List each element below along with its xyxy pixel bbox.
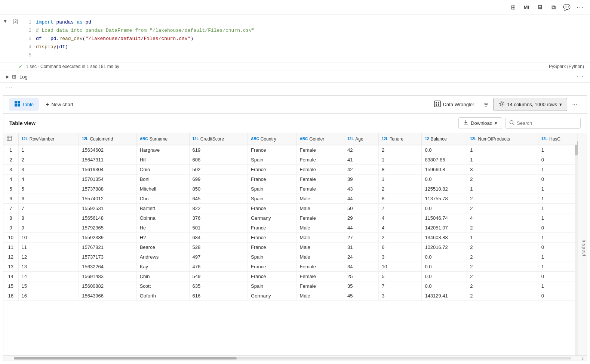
table-cell: France [248,175,297,184]
table-cell: 8 [18,213,79,223]
layout-icon[interactable]: ⊞ [508,2,518,13]
data-wrangler-label: Data Wrangler [443,102,474,107]
search-box[interactable] [505,118,581,129]
table-cell: Male [296,233,344,243]
table-cell: 1 [538,165,577,175]
table-cell: 7 [378,281,421,291]
table-cell: 45 [344,291,379,301]
table-cell: 6 [18,194,79,204]
exec-check-icon: ✓ [19,64,22,69]
svg-rect-3 [18,104,20,107]
scroll-right-arrow[interactable]: › [582,355,584,361]
row-index: 7 [3,204,18,213]
log-label: Log [19,74,28,80]
table-cell: France [248,204,297,213]
log-collapse-chevron[interactable]: ▶ [6,74,9,79]
table-cell: Male [296,194,344,204]
table-cell: France [248,145,297,155]
exec-runtime-text: 1 sec · Command executed in 1 sec 191 ms… [26,64,119,69]
col-header-country: ABCCountry [248,133,297,145]
col-header-customerid: 12LCustomerId [79,133,137,145]
table-cell: 2 [467,243,538,252]
table-cell: 1 [378,175,421,184]
table-cell: Andrews [136,252,189,262]
table-cell: 0.0 [422,204,467,213]
table-tab[interactable]: Table [9,98,39,111]
comment-icon[interactable]: 💬 [562,2,572,13]
table-row: 7715592531Bartlett822FranceMale5070.021 [3,204,578,213]
table-cell: 3 [18,165,79,175]
table-cell: 1 [467,145,538,155]
table-view-header: Table view Download ▾ [3,114,587,133]
table-cell: H? [136,233,189,243]
table-cell: 850 [189,184,248,194]
data-wrangler-button[interactable]: Data Wrangler [430,98,479,111]
table-cell: Male [296,223,344,233]
table-cell: France [248,223,297,233]
table-cell: 15647311 [79,155,137,165]
table-row: 9915792365He501FranceMale444142051.0720 [3,223,578,233]
table-cell: 50 [344,204,379,213]
col-header-creditscore: 12LCreditScore [189,133,248,145]
panel-more-button[interactable]: ··· [569,99,581,111]
table-cell: Male [296,291,344,301]
table-cell: 2 [18,155,79,165]
row-num-header [3,133,18,145]
table-cell: 2 [467,223,538,233]
table-cell: 7 [18,204,79,213]
table-cell: 24 [344,252,379,262]
table-cell: Male [296,243,344,252]
table-cell: Mitchell [136,184,189,194]
download-button[interactable]: Download ▾ [458,117,502,129]
monitor-icon[interactable]: 🖥 [535,2,545,13]
table-cell: 9 [18,223,79,233]
table-cell: Female [296,281,344,291]
table-body: 1115634602Hargrave619FranceFemale4220.01… [3,145,578,301]
bottom-scrollbar[interactable]: › [3,355,587,361]
table-cell: 635 [189,281,248,291]
inspect-sidebar[interactable]: Inspect [578,133,587,355]
table-cell: Female [296,155,344,165]
download-chevron-icon: ▾ [495,120,497,126]
log-more-button[interactable]: ··· [577,73,584,80]
cell-number: [2] [7,16,21,24]
filter-button[interactable] [480,99,492,111]
table-cell: 35 [344,281,379,291]
row-index: 9 [3,223,18,233]
table-cell: 0.0 [422,272,467,281]
table-cell: 34 [344,262,379,272]
row-index: 5 [3,184,18,194]
table-row: 8815656148Obinna376GermanyFemale29411504… [3,213,578,223]
table-cell: France [248,243,297,252]
table-row: 161615643966Goforth616GermanyMale4531431… [3,291,578,301]
table-row: 131315632264Kay476FranceFemale34100.021 [3,262,578,272]
search-input[interactable] [517,120,577,126]
col-header-hasc: 12LHasC [538,133,577,145]
table-cell: 44 [344,223,379,233]
table-cell: 39 [344,175,379,184]
table-cell: 2 [467,262,538,272]
new-chart-button[interactable]: + New chart [40,99,79,111]
table-row: 141415691483Chin549FranceFemale2550.020 [3,272,578,281]
table-panel: Table + New chart Data Wrangler [3,95,587,361]
table-cell: Male [296,204,344,213]
table-actions: Download ▾ [458,117,581,129]
columns-info-button[interactable]: 14 columns, 1000 rows ▾ [494,98,567,111]
table-cell: 4 [18,175,79,184]
table-cell: 0.0 [422,262,467,272]
copy-icon[interactable]: ⧉ [548,2,559,13]
svg-point-7 [436,104,437,106]
table-row: 1115634602Hargrave619FranceFemale4220.01… [3,145,578,155]
panel-toolbar: Table + New chart Data Wrangler [3,96,587,114]
col-header-age: 12LAge [344,133,379,145]
table-cell: 0.0 [422,145,467,155]
code-cell: ▼ [2] 1import pandas as pd 2# Load data … [0,15,590,62]
download-label: Download [471,120,492,126]
table-cell: 15592389 [79,233,137,243]
table-cell: 1 [467,184,538,194]
pyspark-label[interactable]: PySpark (Python) [549,64,584,69]
more-icon[interactable]: ··· [575,2,586,13]
vertical-scrollbar[interactable] [575,133,578,355]
cell-collapse-chevron[interactable]: ▼ [3,19,7,24]
ml-icon[interactable]: Ml [521,2,532,13]
